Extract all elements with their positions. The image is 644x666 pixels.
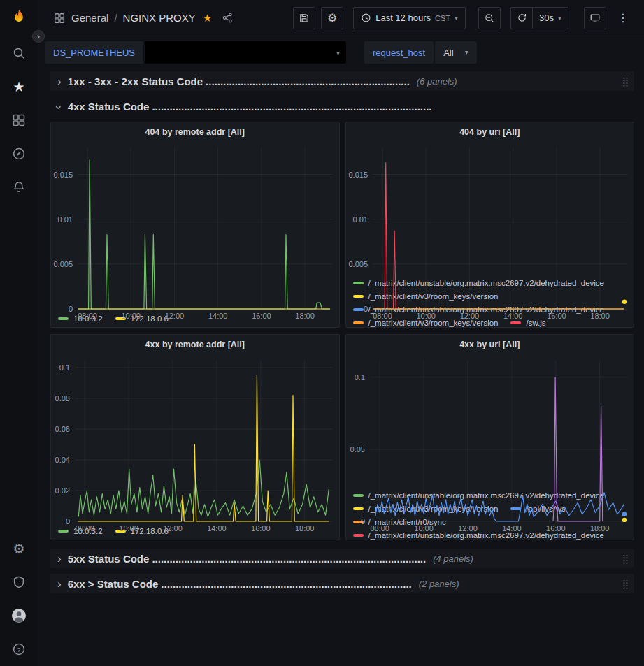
zoom-out-button[interactable] — [478, 7, 501, 29]
svg-text:12:00: 12:00 — [459, 312, 479, 320]
shield-icon — [12, 575, 26, 589]
plot-area[interactable]: 08:0010:0012:0014:0016:0018:0000.020.040… — [51, 354, 339, 521]
legend-series-swatch — [510, 321, 521, 324]
row-title: 5xx Status Code — [68, 553, 150, 565]
row-dots: ........................................… — [206, 75, 410, 87]
variable-label-datasource[interactable]: DS_PROMETHEUS — [45, 41, 143, 64]
row-dots: ........................................… — [161, 578, 411, 590]
panel-header[interactable]: 404 by remote addr [All] — [51, 122, 339, 142]
sidebar-item-search[interactable] — [0, 36, 38, 70]
svg-text:0: 0 — [69, 305, 73, 313]
breadcrumb-section[interactable]: General — [71, 12, 108, 24]
dashboard-row-6xx[interactable]: › 6xx > Status Code ....................… — [50, 574, 634, 593]
timeseries-chart: 08:0010:0012:0014:0016:0018:0000.050.1 — [346, 354, 634, 534]
sidebar-item-alerting[interactable] — [0, 171, 38, 204]
help-icon: ? — [12, 642, 26, 656]
sidebar-item-configuration[interactable]: ⚙ — [0, 532, 38, 565]
share-icon[interactable] — [222, 12, 234, 24]
sidebar-item-explore[interactable] — [0, 137, 38, 171]
svg-text:16:00: 16:00 — [251, 524, 271, 533]
refresh-button[interactable] — [510, 7, 533, 29]
dashboard-settings-button[interactable]: ⚙ — [321, 7, 343, 29]
save-dashboard-button[interactable] — [293, 7, 315, 29]
refresh-icon — [517, 13, 527, 23]
dashboard-row-4xx[interactable]: › 4xx Status Code ......................… — [50, 96, 634, 116]
refresh-group: 30s ▾ — [510, 7, 568, 29]
refresh-interval-value: 30s — [539, 13, 554, 23]
panel-title[interactable]: 404 by remote addr [All] — [145, 127, 245, 137]
apps-grid-icon — [53, 12, 66, 24]
cycle-view-mode-button[interactable] — [584, 7, 606, 29]
sidebar-item-server-admin[interactable] — [0, 565, 38, 599]
svg-text:0.06: 0.06 — [55, 425, 70, 433]
datasource-value-dropdown[interactable]: ▾ — [145, 41, 346, 64]
svg-text:18:00: 18:00 — [589, 524, 609, 533]
dashboards-grid-icon — [12, 113, 26, 127]
main-column: General / NGINX PROXY ★ — [38, 0, 644, 666]
chevron-right-icon: › — [57, 578, 62, 590]
plot-area[interactable]: 08:0010:0012:0014:0016:0018:0000.0050.01… — [51, 142, 339, 308]
svg-text:14:00: 14:00 — [208, 312, 228, 320]
gear-icon: ⚙ — [327, 13, 337, 24]
sidebar-item-help[interactable]: ? — [0, 632, 38, 666]
dashboard-scroll-area[interactable]: › 1xx - 3xx - 2xx Status Code ..........… — [38, 67, 644, 666]
clock-icon — [361, 13, 371, 23]
drag-handle-icon[interactable]: ⣿ — [622, 553, 629, 564]
svg-text:12:00: 12:00 — [165, 312, 185, 320]
favorite-star-icon[interactable]: ★ — [203, 12, 212, 24]
svg-text:0: 0 — [66, 517, 70, 526]
legend-series-swatch — [353, 321, 364, 324]
row-title: 6xx > Status Code — [68, 578, 159, 590]
breadcrumb-dashboard-title[interactable]: NGINX PROXY — [123, 12, 196, 24]
panels-grid: 404 by remote addr [All] 08:0010:0012:00… — [50, 122, 634, 540]
chevron-right-icon: › — [57, 75, 62, 87]
panel-title[interactable]: 4xx by uri [All] — [459, 340, 520, 349]
variables-bar: DS_PROMETHEUS ▾ request_host All ▾ — [38, 36, 644, 67]
panel-header[interactable]: 4xx by uri [All] — [346, 335, 634, 354]
time-zone-label: CST — [435, 14, 450, 22]
row-dots: ........................................… — [152, 553, 426, 565]
chevron-down-icon: › — [53, 105, 65, 109]
svg-text:10:00: 10:00 — [121, 312, 141, 320]
kebab-icon: ⋮ — [617, 11, 629, 24]
sidebar-expand-button[interactable]: › — [32, 30, 45, 43]
panel-title[interactable]: 4xx by remote addr [All] — [145, 340, 245, 349]
sidebar-item-dashboards[interactable] — [0, 103, 38, 137]
panel-header[interactable]: 4xx by remote addr [All] — [51, 335, 339, 354]
panel-title[interactable]: 404 by uri [All] — [459, 127, 520, 137]
drag-handle-icon[interactable]: ⣿ — [622, 579, 629, 589]
svg-text:08:00: 08:00 — [78, 312, 97, 320]
caret-down-icon: ▾ — [455, 15, 458, 22]
sidebar-item-profile[interactable] — [0, 599, 38, 632]
svg-text:10:00: 10:00 — [119, 524, 138, 533]
grafana-app: ★ ⚙ — [0, 0, 644, 666]
dashboard-row-1xx-3xx-2xx[interactable]: › 1xx - 3xx - 2xx Status Code ..........… — [50, 71, 634, 91]
plot-area[interactable]: 08:0010:0012:0014:0016:0018:0000.050.1 — [346, 354, 634, 485]
chevron-right-icon: › — [57, 553, 62, 565]
panel-header[interactable]: 404 by uri [All] — [346, 122, 634, 142]
svg-text:18:00: 18:00 — [295, 524, 315, 533]
svg-text:0.015: 0.015 — [348, 171, 368, 179]
panel-404-by-uri: 404 by uri [All] 08:0010:0012:0014:0016:… — [345, 122, 635, 328]
plot-area[interactable]: 08:0010:0012:0014:0016:0018:0000.0050.01… — [346, 142, 634, 273]
sidebar-item-starred[interactable]: ★ — [0, 70, 38, 103]
time-range-picker[interactable]: Last 12 hours CST ▾ — [353, 7, 466, 29]
dashboard-row-5xx[interactable]: › 5xx Status Code ......................… — [50, 549, 634, 568]
variable-label-request-host[interactable]: request_host — [364, 41, 434, 64]
svg-text:14:00: 14:00 — [503, 312, 522, 320]
row-panel-count: (4 panels) — [433, 553, 473, 564]
svg-text:0: 0 — [360, 517, 364, 526]
gear-icon: ⚙ — [13, 542, 24, 556]
timeseries-chart: 08:0010:0012:0014:0016:0018:0000.020.040… — [51, 354, 339, 534]
request-host-value-dropdown[interactable]: All ▾ — [435, 41, 476, 64]
more-options-button[interactable]: ⋮ — [612, 7, 634, 29]
flame-icon — [9, 8, 29, 28]
svg-text:16:00: 16:00 — [252, 312, 271, 320]
row-panel-count: (6 panels) — [417, 76, 457, 87]
row-dots: ........................................… — [152, 101, 431, 113]
drag-handle-icon[interactable]: ⣿ — [622, 76, 629, 87]
grafana-logo[interactable] — [0, 0, 38, 36]
search-icon — [12, 46, 26, 60]
monitor-icon — [589, 13, 601, 24]
refresh-interval-dropdown[interactable]: 30s ▾ — [532, 7, 568, 29]
